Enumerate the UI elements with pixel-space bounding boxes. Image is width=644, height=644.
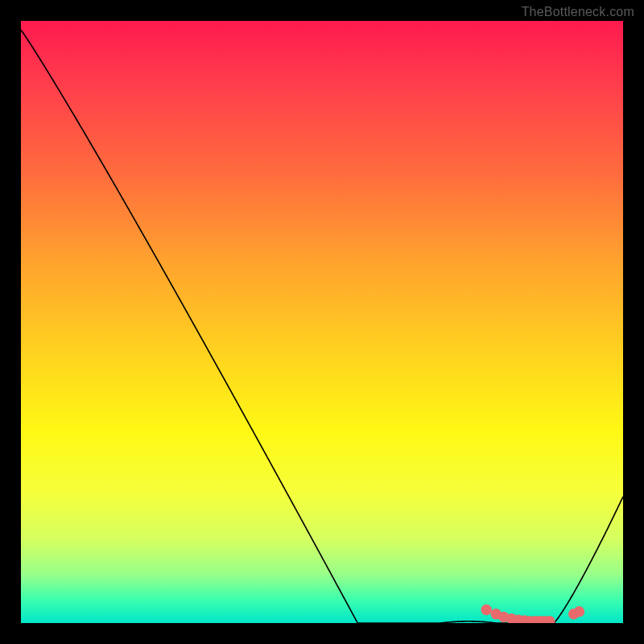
gradient-plot-area: [21, 21, 623, 623]
chart-container: TheBottleneck.com: [0, 0, 644, 644]
attribution-text: TheBottleneck.com: [522, 5, 634, 19]
